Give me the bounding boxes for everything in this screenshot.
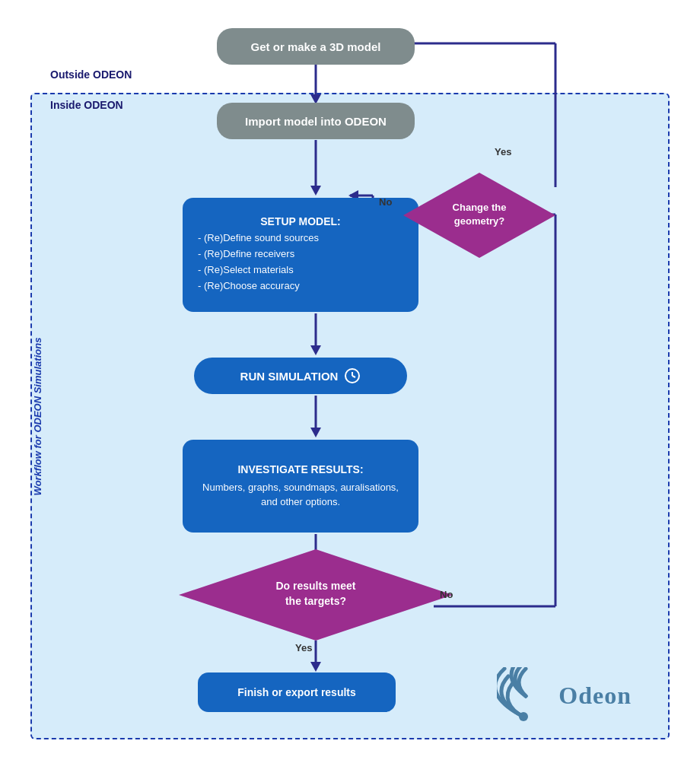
side-label-wrapper: Workflow for ODEON Simulations xyxy=(30,93,46,739)
setup-items: - (Re)Define sound sources - (Re)Define … xyxy=(198,231,319,294)
yes-label-results: Yes xyxy=(295,642,312,653)
odeon-arcs-icon xyxy=(497,667,554,724)
setup-model-box: SETUP MODEL: - (Re)Define sound sources … xyxy=(183,198,418,312)
svg-text:Change the: Change the xyxy=(453,202,507,213)
clock-icon xyxy=(344,367,361,384)
svg-text:the targets?: the targets? xyxy=(285,595,346,607)
change-geometry-diamond: Change the geometry? xyxy=(396,169,563,262)
svg-text:geometry?: geometry? xyxy=(454,215,505,227)
import-model-box: Import model into ODEON xyxy=(217,103,415,139)
svg-point-32 xyxy=(519,712,528,721)
odeon-logo-text: Odeon xyxy=(558,682,632,710)
investigate-title: INVESTIGATE RESULTS: xyxy=(198,463,403,475)
svg-text:Do results meet: Do results meet xyxy=(275,580,355,592)
get-model-box: Get or make a 3D model xyxy=(217,28,415,65)
no-label-geometry: No xyxy=(379,196,392,208)
investigate-items: Numbers, graphs, soundmaps, auralisation… xyxy=(198,480,403,510)
workflow-side-label: Workflow for ODEON Simulations xyxy=(33,337,44,495)
diagram-wrapper: Workflow for ODEON Simulations Outside O… xyxy=(23,17,677,762)
investigate-results-box: INVESTIGATE RESULTS: Numbers, graphs, so… xyxy=(183,440,418,533)
results-meet-diamond: Do results meet the targets? xyxy=(171,545,460,644)
setup-title: SETUP MODEL: xyxy=(198,215,403,227)
svg-line-25 xyxy=(352,376,355,377)
finish-export-box: Finish or export results xyxy=(198,672,396,712)
no-label-results: No xyxy=(440,589,453,600)
yes-label-geometry: Yes xyxy=(495,146,511,157)
outside-odeon-label: Outside ODEON xyxy=(50,68,132,81)
odeon-logo: Odeon xyxy=(497,667,632,724)
inside-odeon-label: Inside ODEON xyxy=(50,99,123,111)
run-simulation-box: RUN SIMULATION xyxy=(194,358,407,394)
